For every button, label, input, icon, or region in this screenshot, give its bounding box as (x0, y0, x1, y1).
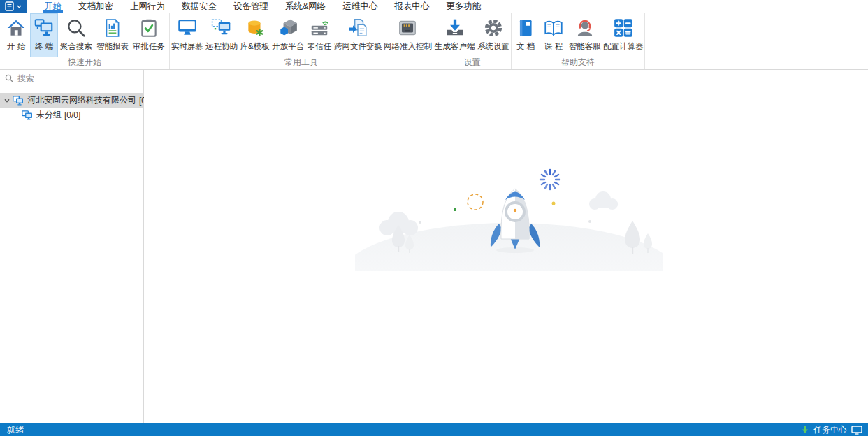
tab-data-security[interactable]: 数据安全 (173, 0, 225, 13)
chevron-expanded-icon[interactable] (3, 97, 10, 104)
ribbon-group-common-tools: 实时屏幕 远程协助 (170, 13, 433, 69)
button-label: 实时屏幕 (171, 41, 203, 52)
library-template-icon (245, 17, 266, 38)
main-content-area (144, 70, 868, 423)
ribbon-group-help-support: 文 档 课 程 (512, 13, 645, 69)
cross-network-file-exchange-button[interactable]: 跨网文件交换 (333, 13, 383, 57)
ribbon-group-label: 快速开始 (0, 57, 169, 69)
tab-system-network[interactable]: 系统&网络 (277, 0, 334, 13)
search-input[interactable] (17, 73, 138, 83)
ribbon-group-settings: 生成客户端 系统设置 设置 (433, 13, 512, 69)
terminal-group-icon (13, 96, 24, 106)
button-label: 文 档 (516, 41, 535, 52)
realtime-screen-icon (177, 17, 198, 38)
tab-report-center[interactable]: 报表中心 (386, 0, 437, 13)
tab-ops-center[interactable]: 运维中心 (334, 0, 386, 13)
status-text: 就绪 (7, 424, 24, 436)
smart-service-icon (574, 17, 595, 38)
open-platform-icon (277, 17, 298, 38)
button-label: 开放平台 (272, 41, 304, 52)
system-settings-icon (483, 17, 504, 38)
config-calculator-icon (613, 17, 634, 38)
generate-client-icon (444, 17, 465, 38)
button-label: 系统设置 (477, 41, 509, 52)
approval-task-icon (138, 17, 159, 38)
ribbon: 开 始 终 端 聚合搜索 (0, 13, 868, 70)
ribbon-group-quick-start: 开 始 终 端 聚合搜索 (0, 13, 170, 69)
menu-tabs: 开始 文档加密 上网行为 数据安全 设备管理 系统&网络 运维中心 报表中心 更… (36, 0, 489, 13)
yellow-dot (552, 202, 556, 205)
library-template-button[interactable]: 库&模板 (239, 13, 271, 57)
course-icon (543, 17, 564, 38)
smart-report-icon (102, 17, 123, 38)
approval-task-button[interactable]: 审批任务 (131, 13, 167, 57)
download-arrow-icon (801, 426, 809, 434)
smart-service-button[interactable]: 智能客服 (567, 13, 602, 57)
tree-node-company-root[interactable]: 河北安固云网络科技有限公司 [0/0] (0, 93, 143, 108)
tree-node-ungrouped[interactable]: 未分组 [0/0] (0, 108, 143, 122)
terminal-icon (34, 17, 55, 38)
button-label: 网络准入控制 (384, 41, 432, 52)
button-label: 跨网文件交换 (334, 41, 382, 52)
button-label: 终 端 (35, 41, 53, 52)
terminal-button[interactable]: 终 端 (30, 13, 58, 57)
cloud-right (589, 191, 618, 210)
remote-assist-button[interactable]: 远程协助 (204, 13, 238, 57)
start-button[interactable]: 开 始 (2, 13, 30, 57)
app-window-icon (5, 1, 15, 11)
button-label: 库&模板 (240, 41, 270, 52)
aggregate-search-icon (66, 17, 87, 38)
network-access-control-icon (397, 17, 418, 38)
cross-network-file-exchange-icon (347, 17, 368, 38)
status-bar: 就绪 任务中心 (0, 423, 868, 436)
search-icon (5, 74, 13, 82)
tab-device-management[interactable]: 设备管理 (225, 0, 277, 13)
menu-bar: 开始 文档加密 上网行为 数据安全 设备管理 系统&网络 运维中心 报表中心 更… (0, 0, 868, 13)
terminal-tree-sidebar: 河北安固云网络科技有限公司 [0/0] 未分组 [0/0] (0, 70, 144, 423)
document-button[interactable]: 文 档 (512, 13, 540, 57)
task-center-button[interactable]: 任务中心 (813, 424, 847, 436)
terminal-group-icon (22, 110, 33, 120)
remote-assist-icon (211, 17, 232, 38)
tree-node-count: [0/0] (64, 110, 80, 120)
course-button[interactable]: 课 程 (540, 13, 567, 57)
tab-document-encryption[interactable]: 文档加密 (70, 0, 122, 13)
sidebar-search (0, 70, 143, 87)
button-label: 审批任务 (133, 41, 165, 52)
tab-start[interactable]: 开始 (36, 0, 70, 13)
button-label: 零信任 (308, 41, 332, 52)
spinner-icon (540, 170, 560, 189)
smart-report-button[interactable]: 智能报表 (94, 13, 131, 57)
button-label: 远程协助 (205, 41, 238, 52)
monitor-icon[interactable] (851, 426, 862, 435)
ribbon-group-label: 帮助支持 (512, 57, 644, 69)
button-label: 智能客服 (569, 41, 601, 52)
tab-more-features[interactable]: 更多功能 (437, 0, 489, 13)
chevron-down-icon (17, 5, 22, 8)
network-access-control-button[interactable]: 网络准入控制 (383, 13, 433, 57)
system-settings-button[interactable]: 系统设置 (476, 13, 511, 57)
button-label: 生成客户端 (435, 41, 475, 52)
realtime-screen-button[interactable]: 实时屏幕 (170, 13, 204, 57)
aggregate-search-button[interactable]: 聚合搜索 (58, 13, 94, 57)
ribbon-group-label: 设置 (433, 57, 511, 69)
app-menu-button[interactable] (0, 0, 27, 13)
terminal-group-tree: 河北安固云网络科技有限公司 [0/0] 未分组 [0/0] (0, 87, 143, 122)
green-dot (454, 208, 456, 211)
button-label: 配置计算器 (603, 41, 644, 52)
config-calculator-button[interactable]: 配置计算器 (602, 13, 644, 57)
open-platform-button[interactable]: 开放平台 (271, 13, 305, 57)
ribbon-group-label: 常用工具 (170, 57, 433, 69)
home-icon (6, 17, 27, 38)
zero-trust-icon (309, 17, 330, 38)
button-label: 智能报表 (96, 41, 129, 52)
tree-node-label: 未分组 (36, 109, 62, 121)
document-icon (515, 17, 536, 38)
dashed-circle (468, 194, 483, 210)
generate-client-button[interactable]: 生成客户端 (433, 13, 476, 57)
button-label: 开 始 (7, 41, 25, 52)
tab-internet-behavior[interactable]: 上网行为 (122, 0, 173, 13)
zero-trust-button[interactable]: 零信任 (305, 13, 333, 57)
button-label: 聚合搜索 (60, 41, 92, 52)
empty-state-rocket-illustration (355, 161, 663, 271)
